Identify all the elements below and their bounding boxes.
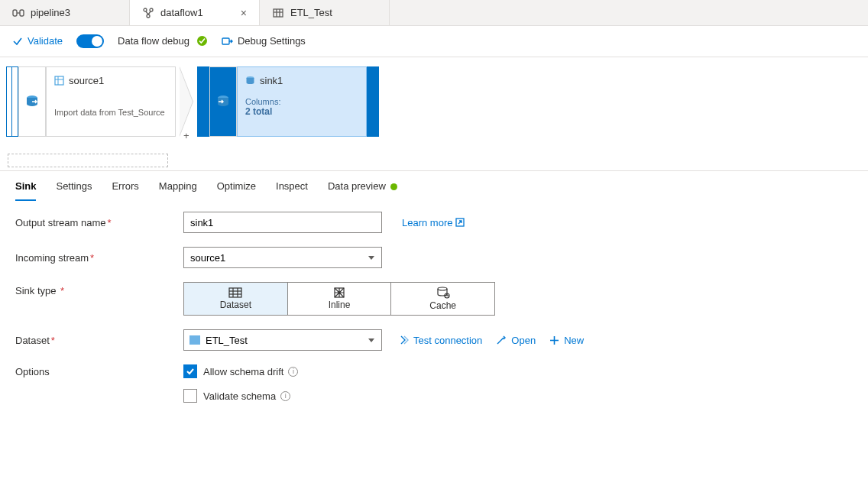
sink-type-cache[interactable]: Cache bbox=[391, 283, 494, 315]
dataflow-canvas[interactable]: source1 Import data from Test_Source + s… bbox=[0, 57, 868, 170]
node-handle[interactable] bbox=[367, 66, 373, 137]
dataset-select[interactable]: ETL_Test bbox=[183, 329, 382, 351]
incoming-stream-select[interactable]: source1 bbox=[183, 247, 382, 268]
subtab-mapping[interactable]: Mapping bbox=[159, 180, 197, 201]
allow-schema-drift-checkbox[interactable]: Allow schema drift i bbox=[183, 364, 298, 378]
checkbox-unchecked-icon bbox=[183, 389, 197, 403]
svg-rect-18 bbox=[229, 288, 241, 297]
source-node-icon[interactable] bbox=[18, 66, 46, 137]
info-icon[interactable]: i bbox=[280, 391, 290, 401]
subtab-settings[interactable]: Settings bbox=[56, 180, 92, 201]
sink-node-icon[interactable] bbox=[209, 66, 237, 137]
source-node[interactable]: source1 Import data from Test_Source bbox=[46, 66, 176, 137]
add-step-button[interactable]: + bbox=[183, 130, 189, 141]
svg-rect-1 bbox=[20, 10, 24, 16]
open-button[interactable]: Open bbox=[496, 335, 536, 346]
subtab-datapreview[interactable]: Data preview bbox=[328, 180, 397, 201]
dataflow-icon bbox=[142, 7, 154, 19]
sink-form: Output stream name* Learn more Incoming … bbox=[0, 201, 868, 424]
dataflow-toolbar: Validate Data flow debug Debug Settings bbox=[0, 26, 868, 57]
svg-rect-6 bbox=[274, 9, 283, 17]
tab-dataflow1[interactable]: dataflow1 × bbox=[130, 0, 260, 25]
validate-button[interactable]: Validate bbox=[12, 35, 63, 47]
svg-point-5 bbox=[147, 15, 150, 18]
node-handle[interactable] bbox=[203, 66, 209, 137]
selection-marquee bbox=[8, 154, 168, 167]
svg-point-24 bbox=[438, 287, 447, 290]
node-handle[interactable] bbox=[197, 66, 203, 137]
options-label: Options bbox=[15, 366, 183, 377]
sink-subtabs: Sink Settings Errors Mapping Optimize In… bbox=[0, 170, 868, 201]
sink-type-label: Sink type * bbox=[15, 282, 183, 296]
subtab-inspect[interactable]: Inspect bbox=[276, 180, 308, 201]
subtab-errors[interactable]: Errors bbox=[112, 180, 138, 201]
svg-rect-12 bbox=[55, 76, 63, 85]
debug-settings-button[interactable]: Debug Settings bbox=[221, 35, 306, 47]
sink-columns-label: Columns: bbox=[245, 97, 358, 106]
sink-type-inline[interactable]: Inline bbox=[288, 283, 392, 315]
svg-point-3 bbox=[144, 8, 147, 11]
node-handle[interactable] bbox=[373, 66, 379, 137]
sink-type-dataset[interactable]: Dataset bbox=[184, 283, 288, 315]
flow-arrow: + bbox=[176, 66, 197, 137]
subtab-optimize[interactable]: Optimize bbox=[217, 180, 256, 201]
preview-status-icon bbox=[390, 183, 397, 190]
learn-more-link[interactable]: Learn more bbox=[402, 217, 465, 228]
sink-node[interactable]: sink1 Columns: 2 total bbox=[237, 66, 367, 137]
debug-settings-label: Debug Settings bbox=[238, 35, 306, 47]
tab-label: ETL_Test bbox=[290, 7, 332, 18]
info-icon[interactable]: i bbox=[288, 367, 298, 377]
editor-tabs: pipeline3 dataflow1 × ETL_Test bbox=[0, 0, 868, 26]
source-name: source1 bbox=[69, 75, 104, 86]
node-handle[interactable] bbox=[6, 66, 12, 137]
pipeline-icon bbox=[12, 7, 24, 19]
status-ok-icon bbox=[197, 36, 207, 46]
validate-label: Validate bbox=[28, 35, 63, 47]
incoming-stream-label: Incoming stream* bbox=[15, 252, 183, 264]
dataset-icon bbox=[272, 7, 284, 19]
test-connection-button[interactable]: Test connection bbox=[397, 335, 482, 346]
sink-name: sink1 bbox=[260, 75, 283, 86]
checkbox-checked-icon bbox=[183, 364, 197, 378]
sink-type-segment: Dataset Inline Cache bbox=[183, 282, 495, 316]
validate-schema-checkbox[interactable]: Validate schema i bbox=[183, 389, 290, 403]
subtab-sink[interactable]: Sink bbox=[15, 180, 36, 201]
svg-point-4 bbox=[150, 8, 153, 11]
tab-label: dataflow1 bbox=[160, 7, 203, 18]
source-subtitle: Import data from Test_Source bbox=[54, 108, 167, 117]
tab-etltest[interactable]: ETL_Test bbox=[260, 0, 390, 25]
debug-toggle[interactable] bbox=[76, 34, 104, 48]
tab-label: pipeline3 bbox=[31, 7, 70, 18]
svg-rect-0 bbox=[13, 10, 17, 16]
output-stream-input[interactable] bbox=[183, 212, 382, 233]
dataset-icon bbox=[189, 335, 200, 345]
debug-label: Data flow debug bbox=[118, 35, 207, 47]
close-icon[interactable]: × bbox=[241, 7, 247, 19]
svg-rect-10 bbox=[222, 38, 229, 44]
sink-columns-value: 2 total bbox=[245, 106, 358, 117]
dataset-label: Dataset* bbox=[15, 335, 183, 346]
tab-pipeline3[interactable]: pipeline3 bbox=[0, 0, 130, 25]
output-stream-label: Output stream name* bbox=[15, 217, 183, 228]
node-handle[interactable] bbox=[12, 66, 18, 137]
new-button[interactable]: New bbox=[549, 335, 584, 346]
